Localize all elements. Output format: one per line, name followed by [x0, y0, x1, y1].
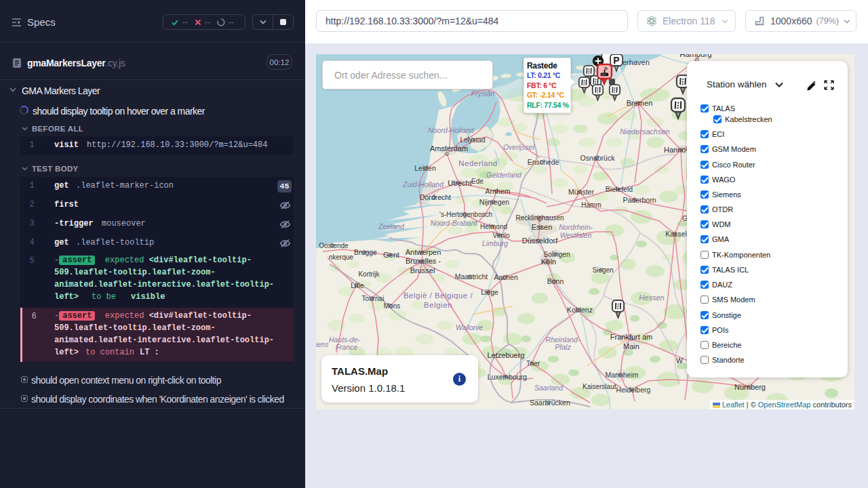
- svg-text:Düsseldorf: Düsseldorf: [522, 237, 559, 245]
- svg-text:Arnhem: Arnhem: [486, 187, 511, 195]
- svg-text:Bonn: Bonn: [547, 277, 564, 285]
- svg-text:Leiden: Leiden: [414, 164, 436, 172]
- svg-text:Helmond: Helmond: [480, 223, 507, 230]
- svg-text:Hessen: Hessen: [639, 293, 664, 302]
- svg-text:Essen: Essen: [532, 223, 553, 231]
- svg-text:Münster: Münster: [568, 188, 594, 196]
- svg-text:Osnabrück: Osnabrück: [580, 154, 616, 162]
- svg-text:Mannheim: Mannheim: [605, 371, 638, 379]
- svg-text:Recklinghausen: Recklinghausen: [515, 214, 564, 222]
- svg-text:Hamm: Hamm: [581, 201, 601, 209]
- svg-text:Noord-Brabant: Noord-Brabant: [431, 219, 478, 227]
- svg-text:Limburg: Limburg: [482, 239, 508, 247]
- svg-text:Kassel: Kassel: [665, 230, 687, 238]
- svg-text:Brugge: Brugge: [354, 248, 377, 256]
- svg-text:Koblenz: Koblenz: [567, 306, 593, 314]
- svg-text:Pfalz: Pfalz: [555, 343, 571, 351]
- svg-text:Hamburg: Hamburg: [679, 54, 711, 58]
- svg-text:Nederland: Nederland: [458, 159, 498, 167]
- svg-text:Bruxelles -: Bruxelles -: [406, 257, 441, 265]
- svg-text:Maastricht: Maastricht: [455, 272, 488, 281]
- svg-text:Bremen: Bremen: [627, 99, 653, 107]
- svg-text:erhaven: erhaven: [623, 58, 650, 66]
- svg-text:Saarbrücken: Saarbrücken: [530, 399, 570, 407]
- svg-text:Oostende: Oostende: [319, 242, 349, 249]
- svg-text:Zeeland: Zeeland: [378, 222, 405, 230]
- svg-text:Letzebuerg: Letzebuerg: [487, 351, 524, 359]
- svg-text:Enschede: Enschede: [528, 158, 559, 166]
- svg-text:Dordrecht: Dordrecht: [420, 193, 451, 201]
- svg-text:Luxembourg: Luxembourg: [488, 373, 528, 381]
- svg-text:Zuid-Holland: Zuid-Holland: [402, 180, 444, 188]
- svg-text:Nordrhein-: Nordrhein-: [559, 223, 593, 231]
- svg-text:Lelystad: Lelystad: [460, 136, 485, 144]
- svg-text:France: France: [336, 343, 358, 351]
- svg-text:Fryslân: Fryslân: [471, 89, 495, 98]
- svg-text:Lille: Lille: [351, 281, 364, 289]
- svg-text:nkerque: nkerque: [329, 253, 354, 261]
- svg-text:Wallonie: Wallonie: [456, 323, 483, 331]
- svg-text:Venlo: Venlo: [492, 232, 509, 239]
- svg-text:Heidelberg: Heidelberg: [616, 386, 651, 394]
- svg-text:Mons: Mons: [384, 302, 400, 310]
- svg-text:Westfalen: Westfalen: [560, 231, 592, 239]
- svg-text:Brussel: Brussel: [410, 266, 435, 274]
- svg-text:Overijssel: Overijssel: [503, 143, 535, 151]
- svg-text:Siegen: Siegen: [592, 266, 613, 274]
- svg-text:Gelderland: Gelderland: [486, 171, 522, 179]
- svg-text:Solingen: Solingen: [544, 251, 570, 258]
- svg-text:Köln: Köln: [541, 258, 556, 266]
- svg-text:Amsterdam: Amsterdam: [430, 144, 468, 152]
- svg-text:Saarland: Saarland: [534, 384, 564, 392]
- svg-text:Bielefeld: Bielefeld: [606, 185, 633, 193]
- svg-text:Frankfurt am: Frankfurt am: [610, 333, 652, 341]
- svg-text:Aachen: Aachen: [494, 273, 518, 281]
- svg-text:België / Belgique /: België / Belgique /: [403, 291, 473, 300]
- svg-text:Nürnberg: Nürnberg: [734, 383, 766, 391]
- svg-text:Liège: Liège: [481, 288, 498, 296]
- svg-text:Tournai: Tournai: [362, 295, 384, 302]
- svg-text:Nijmegen: Nijmegen: [479, 198, 510, 206]
- svg-text:Trier: Trier: [526, 360, 540, 367]
- svg-text:Belgien: Belgien: [424, 301, 452, 309]
- svg-text:Ede: Ede: [471, 178, 484, 185]
- svg-text:Kortrijk: Kortrijk: [358, 270, 380, 278]
- svg-text:P: P: [613, 55, 619, 66]
- svg-text:'s-Hertogenbosch: 's-Hertogenbosch: [439, 211, 492, 218]
- svg-text:Antwerpen: Antwerpen: [406, 248, 441, 256]
- svg-text:iens: iens: [316, 341, 328, 348]
- svg-text:Gent: Gent: [383, 251, 399, 259]
- svg-text:Kaiserslaut: Kaiserslaut: [583, 383, 616, 390]
- svg-text:Noord-Holland: Noord-Holland: [428, 126, 475, 134]
- svg-text:Paderborn: Paderborn: [623, 196, 656, 204]
- svg-text:Utrecht: Utrecht: [448, 179, 471, 187]
- svg-text:W: W: [676, 357, 683, 365]
- svg-text:Niedersachsen: Niedersachsen: [620, 127, 669, 136]
- svg-text:Main: Main: [623, 342, 639, 350]
